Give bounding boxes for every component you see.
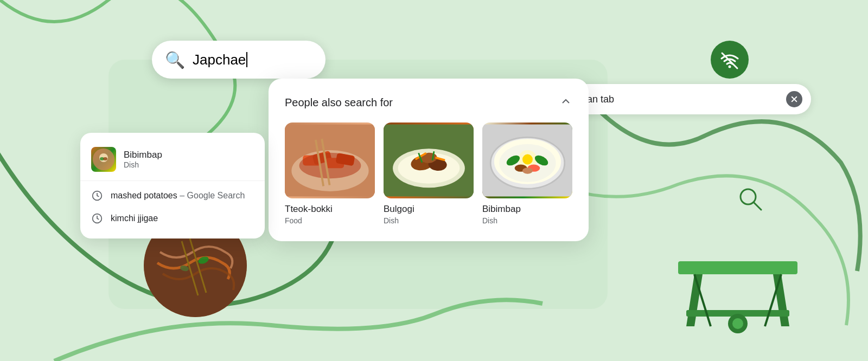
suggestion-title: Bibimbap (124, 150, 162, 160)
history-icon (91, 190, 103, 202)
table-illustration (673, 240, 803, 339)
history-text-0: mashed potatoes – Google Search (111, 191, 245, 201)
svg-point-4 (103, 157, 107, 160)
suggestion-subtitle: Dish (124, 160, 162, 169)
card-type-tteokbokki: Food (285, 216, 375, 225)
food-card-tteokbokki[interactable]: Tteok-bokki Food (285, 123, 375, 225)
google-close-button[interactable] (786, 91, 802, 107)
food-cards: Tteok-bokki Food (285, 123, 572, 225)
tteokbokki-image (285, 123, 375, 198)
google-search-text: bohemian tab (555, 94, 780, 105)
main-search-text: Japchae (193, 51, 246, 68)
history-item-0[interactable]: mashed potatoes – Google Search (80, 184, 265, 207)
panel-title: People also search for (285, 96, 393, 109)
divider (80, 181, 265, 181)
search-magnifier-icon (738, 187, 762, 211)
svg-rect-47 (678, 261, 797, 274)
card-type-bulgogi: Dish (384, 216, 474, 225)
panel-header: People also search for (285, 95, 572, 111)
card-name-bulgogi: Bulgogi (384, 204, 474, 215)
no-wifi-icon (711, 41, 749, 79)
svg-point-18 (299, 153, 361, 178)
history-icon-1 (91, 212, 103, 224)
food-panel: People also search for (269, 79, 589, 241)
food-card-bulgogi[interactable]: Bulgogi Dish (384, 123, 474, 225)
svg-point-41 (522, 167, 533, 173)
svg-line-46 (754, 202, 761, 210)
card-type-bibimbap: Dish (482, 216, 572, 225)
food-card-bibimbap[interactable]: Bibimbap Dish (482, 123, 572, 225)
history-item-1[interactable]: kimchi jjigae (80, 207, 265, 230)
search-icon: 🔍 (165, 50, 185, 69)
text-cursor (246, 52, 247, 67)
svg-point-36 (522, 154, 533, 165)
bibimbap-image (482, 123, 572, 198)
main-search-bar[interactable]: 🔍 Japchae (152, 41, 326, 79)
suggestion-featured[interactable]: Bibimbap Dish (80, 141, 265, 177)
card-name-bibimbap: Bibimbap (482, 204, 572, 215)
bulgogi-image (384, 123, 474, 198)
collapse-icon[interactable] (559, 95, 572, 111)
svg-point-43 (729, 66, 731, 68)
suggestion-info: Bibimbap Dish (124, 150, 162, 169)
card-name-tteokbokki: Tteok-bokki (285, 204, 375, 215)
suggestions-dropdown: Bibimbap Dish mashed potatoes – Google S… (80, 133, 265, 238)
svg-point-50 (732, 318, 743, 329)
history-text-1: kimchi jjigae (111, 214, 158, 223)
suggestion-thumbnail (91, 147, 116, 172)
